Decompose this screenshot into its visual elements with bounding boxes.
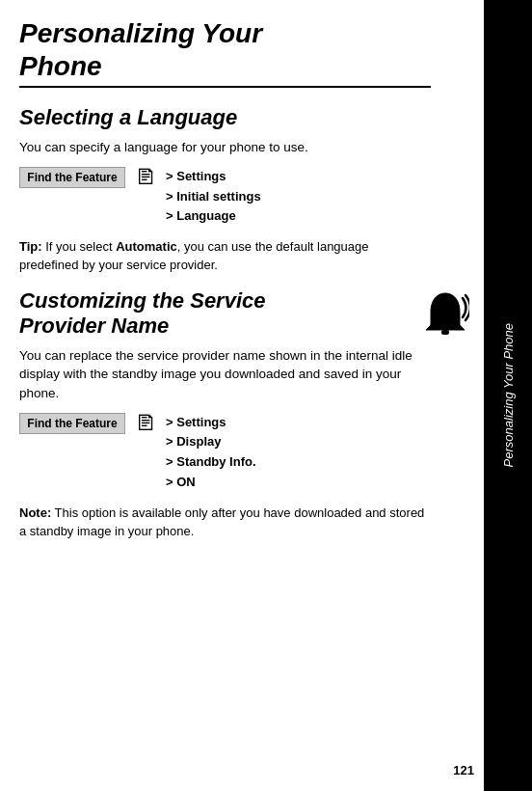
section2-heading-line2: Provider Name	[19, 314, 169, 338]
section2-heading-line1: Customizing the Service	[19, 288, 266, 313]
step-2-2: > Display	[166, 432, 256, 452]
find-feature-label-1: Find the Feature	[19, 167, 125, 188]
find-feature-label-2: Find the Feature	[19, 413, 125, 434]
step-2-4: > ON	[166, 473, 256, 493]
title-divider	[19, 86, 431, 88]
menu-icon-2: 🖹	[135, 413, 156, 434]
section1-body: You can specify a language for your phon…	[19, 138, 431, 157]
note-label: Note:	[19, 505, 51, 520]
step-1-1: > Settings	[166, 167, 261, 187]
find-feature-steps-2: > Settings > Display > Standby Info. > O…	[166, 413, 256, 493]
sidebar-label: Personalizing Your Phone	[501, 323, 516, 467]
step-1-3: > Language	[166, 206, 261, 227]
step-2-1: > Settings	[166, 413, 256, 433]
step-2-3: > Standby Info.	[166, 452, 256, 473]
section2-wrapper: Customizing the Service Provider Name	[19, 288, 431, 339]
main-content: Personalizing Your Phone Selecting a Lan…	[0, 0, 484, 791]
svg-rect-0	[441, 330, 449, 335]
title-line1: Personalizing Your	[19, 18, 262, 48]
section1-heading: Selecting a Language	[19, 105, 431, 130]
note-text: Note: This option is available only afte…	[19, 505, 431, 541]
page-container: Personalizing Your Phone Selecting a Lan…	[0, 0, 532, 791]
page-number: 121	[453, 763, 474, 777]
right-sidebar: Personalizing Your Phone	[484, 0, 532, 791]
page-title: Personalizing Your Phone	[19, 17, 431, 82]
section2-heading: Customizing the Service Provider Name	[19, 288, 431, 339]
step-1-2: > Initial settings	[166, 187, 261, 207]
find-feature-2: Find the Feature 🖹 > Settings > Display …	[19, 413, 431, 493]
find-feature-1: Find the Feature 🖹 > Settings > Initial …	[19, 167, 431, 227]
menu-icon-1: 🖹	[135, 167, 156, 188]
find-feature-steps-1: > Settings > Initial settings > Language	[166, 167, 261, 227]
tip-text: Tip: If you select Automatic, you can us…	[19, 238, 431, 275]
section2-body: You can replace the service provider nam…	[19, 346, 431, 403]
title-line2: Phone	[19, 51, 102, 81]
tip-automatic: Automatic	[116, 239, 177, 254]
tip-label: Tip:	[19, 239, 42, 254]
bell-icon	[421, 288, 469, 349]
